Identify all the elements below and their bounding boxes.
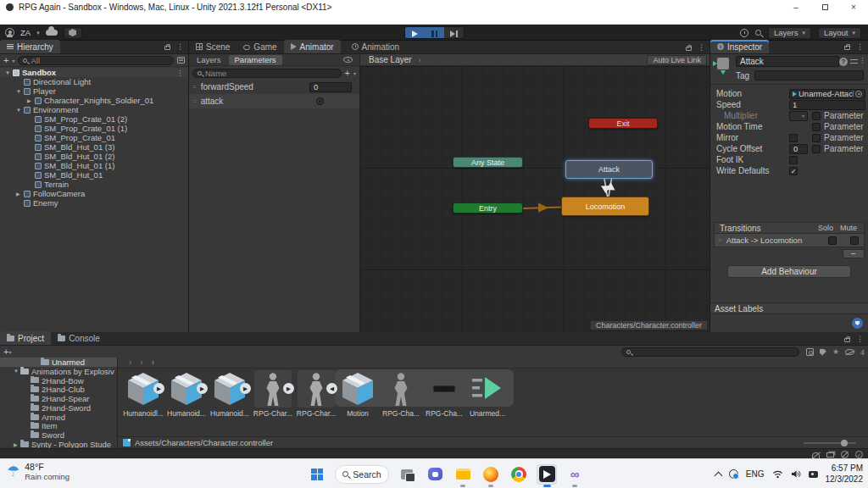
hierarchy-item[interactable]: ▶ Character_Knights_Soldier_01 bbox=[0, 96, 188, 105]
hierarchy-search-input[interactable]: All bbox=[18, 56, 174, 65]
subasset-item[interactable]: Unarmed... bbox=[466, 370, 509, 418]
object-picker-icon[interactable] bbox=[855, 91, 862, 97]
animator-dock-tab[interactable]: Game bbox=[236, 40, 283, 53]
collab-stack-icon[interactable] bbox=[826, 452, 834, 458]
add-parameter-caret-icon[interactable]: ▾ bbox=[353, 70, 356, 76]
tray-device-icon[interactable] bbox=[809, 471, 818, 478]
favorites-icon[interactable]: ★ bbox=[832, 348, 839, 356]
speed-field[interactable]: 1 bbox=[789, 100, 865, 110]
folder-tree-item[interactable]: 2Hand-Sword bbox=[0, 403, 117, 413]
asset-grid[interactable]: Humanoidl... Humanoid... bbox=[118, 369, 868, 436]
undo-history-icon[interactable] bbox=[740, 29, 748, 37]
folder-tree-item[interactable]: Item bbox=[0, 422, 117, 431]
folder-tree-item[interactable]: 2Hand-Bow bbox=[0, 376, 117, 385]
hidden-packages-icon[interactable] bbox=[845, 349, 854, 355]
drag-handle-icon[interactable]: = bbox=[718, 236, 722, 244]
close-button[interactable]: × bbox=[839, 0, 868, 14]
create-asset-caret-icon[interactable]: ▾ bbox=[8, 349, 11, 355]
folder-tree-item[interactable]: 2Hand-Spear bbox=[0, 394, 117, 403]
state-node-entry[interactable]: Entry bbox=[453, 202, 523, 214]
parameter-value-field[interactable]: 0 bbox=[309, 82, 352, 92]
hierarchy-item[interactable]: ▼ Player bbox=[0, 86, 188, 96]
tab-inspector[interactable]: i Inspector bbox=[710, 40, 769, 53]
expand-arrow-icon[interactable]: ▼ bbox=[5, 70, 13, 75]
drag-handle-icon[interactable]: = bbox=[192, 97, 197, 105]
taskbar-search[interactable]: Search bbox=[335, 465, 389, 484]
hierarchy-item[interactable]: SM_Prop_Crate_01 (2) bbox=[0, 114, 188, 124]
subasset-item[interactable]: RPG-Cha... bbox=[380, 370, 422, 418]
expand-arrow-icon[interactable]: ▼ bbox=[14, 369, 20, 374]
tab-hierarchy[interactable]: Hierarchy bbox=[0, 40, 60, 53]
hierarchy-item[interactable]: ▼ Sandbox bbox=[0, 68, 188, 77]
notifications-muted-icon[interactable] bbox=[812, 452, 820, 458]
hierarchy-item[interactable]: Enemy bbox=[0, 198, 188, 208]
chrome-button[interactable] bbox=[509, 464, 529, 485]
animator-dock-tab[interactable]: Scene bbox=[189, 40, 236, 53]
eye-icon[interactable] bbox=[343, 57, 353, 63]
lock-icon[interactable] bbox=[844, 46, 850, 50]
folder-tree-item[interactable]: Sword bbox=[0, 430, 117, 440]
firefox-button[interactable] bbox=[481, 464, 501, 485]
hierarchy-item[interactable]: ▶ FollowCamera bbox=[0, 189, 188, 198]
folder-tree-item[interactable]: 2Hand-Club bbox=[0, 385, 117, 394]
expand-arrow-icon[interactable]: ▼ bbox=[16, 89, 24, 94]
drag-handle-icon[interactable]: = bbox=[192, 83, 197, 91]
volume-icon[interactable] bbox=[791, 469, 801, 479]
hierarchy-item[interactable]: SM_Bld_Hut_01 bbox=[0, 170, 188, 180]
cloud-icon[interactable] bbox=[46, 30, 58, 36]
panel-menu-icon[interactable]: ⋮ bbox=[176, 43, 184, 51]
state-machine-graph[interactable]: Exit Any State Attack Entry Locomotion C… bbox=[360, 66, 709, 332]
search-by-label-icon[interactable] bbox=[820, 349, 826, 356]
state-node-attack[interactable]: Attack bbox=[565, 160, 653, 179]
play-button[interactable] bbox=[405, 27, 425, 39]
asset-item[interactable]: Humanoid... bbox=[209, 370, 251, 418]
mirror-checkbox[interactable] bbox=[789, 134, 798, 142]
auto-live-link-button[interactable]: Auto Live Link bbox=[647, 55, 707, 65]
wifi-icon[interactable] bbox=[772, 469, 783, 479]
bottom-dock-tab[interactable]: Project bbox=[0, 331, 51, 345]
hierarchy-item[interactable]: SM_Prop_Crate_01 bbox=[0, 133, 188, 142]
parameter-row[interactable]: = forwardSpeed 0 bbox=[189, 80, 359, 94]
search-by-type-icon[interactable] bbox=[806, 348, 814, 356]
expand-arrow-icon[interactable]: ▶ bbox=[16, 191, 24, 197]
folder-tree-item[interactable]: ▼ Animations by Explosiv bbox=[0, 367, 117, 376]
state-name-field[interactable]: Attack bbox=[736, 56, 839, 67]
hierarchy-item[interactable]: SM_Bld_Hut_01 (2) bbox=[0, 152, 188, 161]
step-button[interactable] bbox=[444, 27, 464, 39]
parameter-search-input[interactable]: Name bbox=[192, 69, 342, 78]
lock-icon[interactable] bbox=[164, 46, 170, 50]
slider-knob[interactable] bbox=[841, 440, 848, 446]
transition-row[interactable]: = Attack -> Locomotion bbox=[714, 234, 865, 247]
multiplier-parameter-checkbox[interactable] bbox=[812, 112, 821, 120]
breadcrumb-base-layer[interactable]: Base Layer bbox=[360, 55, 412, 64]
animator-dock-tab[interactable]: Animation bbox=[345, 40, 406, 53]
breadcrumb-segment[interactable] bbox=[125, 358, 136, 367]
panel-menu-icon[interactable]: ⋮ bbox=[856, 43, 864, 51]
motion-time-parameter-checkbox[interactable] bbox=[812, 123, 821, 131]
taskbar-weather-widget[interactable]: ☂ 48°F Rain coming bbox=[7, 462, 70, 481]
animator-dock-tab[interactable]: Animator bbox=[284, 40, 341, 53]
layers-dropdown[interactable]: Layers▾ bbox=[768, 27, 811, 39]
taskbar-clock[interactable]: 6:57 PM 12/3/2022 bbox=[826, 463, 864, 485]
mirror-parameter-checkbox[interactable] bbox=[812, 134, 821, 142]
hierarchy-item[interactable]: Directional Light bbox=[0, 77, 188, 86]
parameters-subtab[interactable]: Parameters bbox=[229, 55, 282, 65]
file-explorer-button[interactable] bbox=[453, 464, 473, 485]
account-icon[interactable] bbox=[5, 28, 14, 37]
cache-disabled-icon[interactable] bbox=[841, 451, 849, 458]
parameters-subtab[interactable]: Layers bbox=[191, 55, 227, 65]
asset-item[interactable]: Humanoid... bbox=[165, 370, 208, 418]
hierarchy-item[interactable]: SM_Prop_Crate_01 (1) bbox=[0, 124, 188, 133]
subasset-item[interactable]: RPG-Cha... bbox=[423, 370, 465, 418]
asset-item[interactable]: Humanoidl... bbox=[122, 370, 164, 418]
task-view-button[interactable] bbox=[397, 464, 417, 485]
expand-badge-icon[interactable] bbox=[240, 383, 251, 394]
expand-badge-icon[interactable] bbox=[197, 383, 208, 394]
account-caret-icon[interactable]: ▾ bbox=[36, 30, 40, 36]
language-indicator[interactable]: ENG bbox=[746, 469, 765, 479]
sync-update-icon[interactable] bbox=[729, 469, 738, 479]
presets-icon[interactable] bbox=[850, 58, 858, 65]
expand-badge-icon[interactable] bbox=[153, 383, 164, 394]
lock-icon[interactable] bbox=[844, 338, 850, 342]
breadcrumb-segment[interactable] bbox=[136, 358, 147, 367]
